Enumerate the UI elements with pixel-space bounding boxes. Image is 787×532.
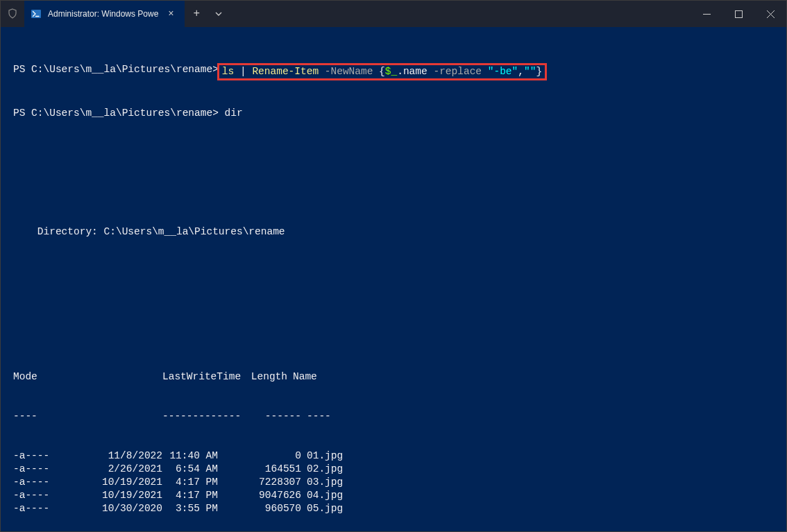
file-date: 11/8/2022 [91, 449, 162, 463]
flag-replace: -replace [428, 66, 488, 77]
file-name: 03.jpg [301, 476, 343, 489]
file-length: 9047626 [218, 489, 301, 502]
cmd-ls: ls [222, 66, 234, 77]
highlighted-command: ls | Rename-Item -NewName {$_.name -repl… [217, 63, 547, 80]
tab-close-button[interactable]: × [164, 7, 178, 21]
shield-icon [1, 1, 24, 27]
titlebar-left: Administrator: Windows Powe × + [1, 1, 229, 27]
file-length: 960570 [218, 502, 301, 515]
cmd-rename-item: Rename-Item [252, 66, 319, 77]
table-row: -a----11/8/202211:40 AM001.jpg [13, 449, 786, 463]
svg-rect-0 [31, 10, 41, 18]
file-date: 10/30/2020 [91, 502, 162, 515]
header-length: Length [204, 370, 287, 384]
file-time: 11:40 AM [162, 449, 218, 463]
file-name: 02.jpg [301, 463, 343, 476]
close-button[interactable] [754, 1, 786, 27]
table-row: -a----10/19/20214:17 PM904762604.jpg [13, 489, 786, 502]
file-mode: -a---- [13, 449, 91, 463]
minimize-button[interactable] [691, 1, 722, 27]
command-line-2: PS C:\Users\m__la\Pictures\rename> dir [1, 107, 786, 120]
svg-rect-2 [735, 10, 742, 17]
file-date: 10/19/2021 [91, 476, 162, 489]
terminal-output[interactable]: PS C:\Users\m__la\Pictures\rename>ls | R… [1, 27, 786, 532]
header-lastwrite: LastWriteTime [149, 370, 204, 384]
file-date: 10/19/2021 [91, 489, 162, 502]
file-time: 4:17 PM [162, 489, 218, 502]
file-name: 05.jpg [301, 502, 343, 515]
file-length: 0 [218, 449, 301, 463]
header-name: Name [287, 370, 317, 384]
tab-title: Administrator: Windows Powe [48, 9, 158, 19]
new-tab-button[interactable]: + [185, 1, 208, 27]
var-dollar-underscore: $_ [385, 66, 397, 77]
file-time: 6:54 AM [162, 463, 218, 476]
file-name: 01.jpg [301, 449, 343, 463]
prompt: PS C:\Users\m__la\Pictures\rename> [1, 63, 219, 80]
table-header-row: ModeLastWriteTimeLengthName [13, 370, 786, 384]
powershell-icon [30, 8, 42, 20]
command-line-1: PS C:\Users\m__la\Pictures\rename>ls | R… [1, 63, 786, 80]
file-time: 4:17 PM [162, 476, 218, 489]
file-date: 2/26/2021 [91, 463, 162, 476]
file-mode: -a---- [13, 489, 91, 502]
titlebar: Administrator: Windows Powe × + [1, 1, 786, 27]
table-row: -a----10/19/20214:17 PM722830703.jpg [13, 476, 786, 489]
flag-newname: -NewName [319, 66, 379, 77]
cmd-dir: dir [225, 107, 243, 120]
maximize-button[interactable] [722, 1, 754, 27]
file-length: 164551 [218, 463, 301, 476]
header-mode: Mode [13, 370, 91, 384]
tab-dropdown-button[interactable] [208, 1, 229, 27]
file-mode: -a---- [13, 463, 91, 476]
file-listing-table: ModeLastWriteTimeLengthName ------------… [1, 344, 786, 532]
active-tab[interactable]: Administrator: Windows Powe × [24, 1, 185, 27]
directory-header: Directory: C:\Users\m__la\Pictures\renam… [1, 225, 786, 239]
table-row: -a----2/26/20216:54 AM16455102.jpg [13, 463, 786, 476]
file-mode: -a---- [13, 476, 91, 489]
prompt: PS C:\Users\m__la\Pictures\rename> [1, 107, 219, 120]
table-dash-row: --------------------------- [13, 410, 786, 423]
file-name: 04.jpg [301, 489, 343, 502]
file-time: 3:55 PM [162, 502, 218, 515]
table-row: -a----10/30/20203:55 PM96057005.jpg [13, 502, 786, 515]
file-length: 7228307 [218, 476, 301, 489]
window-controls [691, 1, 786, 27]
file-mode: -a---- [13, 502, 91, 515]
